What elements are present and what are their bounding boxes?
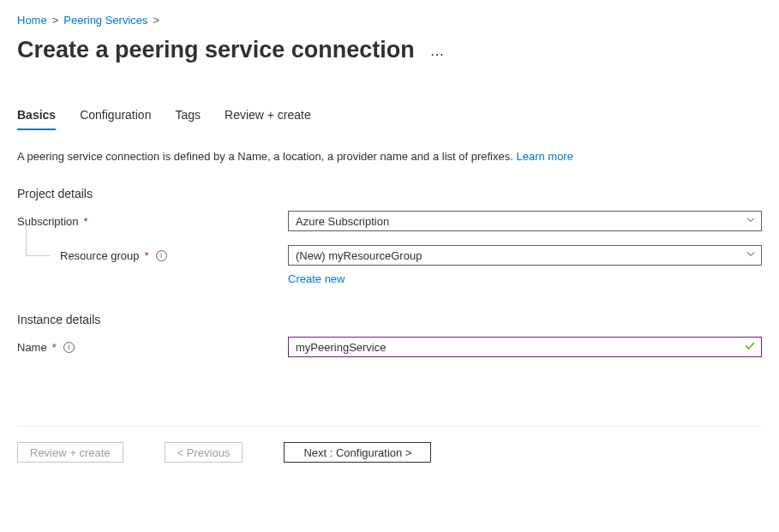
more-actions-button[interactable]: ⋯ [427,46,448,63]
label-resource-group-text: Resource group [60,249,140,262]
description-text: A peering service connection is defined … [17,150,516,163]
breadcrumb-peering-services[interactable]: Peering Services [63,14,147,27]
breadcrumb-sep: > [52,14,59,27]
check-icon [744,340,756,355]
tabs: Basics Configuration Tags Review + creat… [17,105,762,131]
info-icon[interactable]: i [156,250,167,261]
label-resource-group: Resource group * i [17,249,288,262]
breadcrumb-sep: > [153,14,160,27]
chevron-down-icon [746,249,756,262]
required-asterisk: * [52,341,57,354]
name-input[interactable] [296,341,737,354]
learn-more-link[interactable]: Learn more [516,150,572,163]
footer: Review + create < Previous Next : Config… [17,426,762,463]
create-new-link[interactable]: Create new [288,272,345,285]
subscription-select[interactable]: Azure Subscription [288,211,762,231]
name-input-wrapper [288,337,762,357]
resource-group-select[interactable]: (New) myResourceGroup [288,245,762,266]
section-instance-details: Instance details [17,313,762,326]
tab-basics[interactable]: Basics [17,105,56,130]
subscription-value: Azure Subscription [296,215,389,228]
page-title: Create a peering service connection [17,37,415,63]
required-asterisk: * [84,215,88,228]
tab-tags[interactable]: Tags [175,105,201,130]
indent-line [26,225,50,256]
breadcrumb: Home > Peering Services > [17,14,762,27]
row-resource-group: Resource group * i (New) myResourceGroup [17,245,762,266]
row-subscription: Subscription * Azure Subscription [17,211,762,231]
tab-configuration[interactable]: Configuration [80,105,151,130]
resource-group-value: (New) myResourceGroup [296,249,422,262]
info-icon[interactable]: i [63,342,75,353]
previous-button: < Previous [165,442,243,463]
next-button[interactable]: Next : Configuration > [284,442,431,463]
tab-review-create[interactable]: Review + create [225,105,311,130]
label-subscription: Subscription * [17,215,288,228]
label-name-text: Name [17,341,47,354]
create-new-row: Create new [288,272,762,285]
description: A peering service connection is defined … [17,150,762,163]
chevron-down-icon [746,215,756,228]
review-create-button: Review + create [17,442,123,463]
required-asterisk: * [145,249,149,262]
section-project-details: Project details [17,187,762,200]
row-name: Name * i [17,337,762,357]
label-name: Name * i [17,341,288,354]
page-title-row: Create a peering service connection ⋯ [17,37,762,63]
breadcrumb-home[interactable]: Home [17,14,47,27]
